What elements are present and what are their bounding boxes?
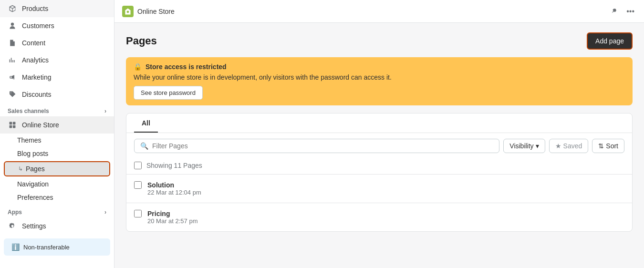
pages-arrow-icon: ↳ [18,165,23,172]
megaphone-icon [8,72,17,82]
sidebar-item-settings-label: Settings [22,222,46,230]
filter-row: 🔍 Visibility ▾ ★ Saved ⇅ Sort [126,133,632,159]
sidebar-sub-item-blog-posts-label: Blog posts [17,150,48,157]
alert-banner-title: 🔒 Store access is restricted [134,63,625,71]
sidebar-item-content[interactable]: Content [0,34,114,52]
more-options-button[interactable]: ••• [624,5,636,18]
info-icon: ℹ️ [11,243,20,251]
non-transferable-badge: ℹ️ Non-transferable [4,238,110,256]
page-list-item: Solution 22 Mar at 12:04 pm [126,175,632,203]
lock-icon: 🔒 [134,63,142,71]
non-transferable-label: Non-transferable [23,244,70,251]
page-item-date-0: 22 Mar at 12:04 pm [147,189,201,196]
sidebar-item-analytics-label: Analytics [22,56,49,64]
sidebar-item-discounts[interactable]: Discounts [0,86,114,103]
chevron-down-icon: ▾ [536,142,539,150]
store-icon [8,120,17,130]
page-item-details-0: Solution 22 Mar at 12:04 pm [147,181,201,196]
sidebar-sub-item-pages-label: Pages [26,165,45,173]
topbar-store-name: Online Store [137,8,175,15]
svg-rect-3 [13,125,16,128]
sidebar-sub-item-preferences-label: Preferences [17,194,53,201]
visibility-label: Visibility [509,142,533,150]
store-logo-icon [122,6,134,17]
add-page-button[interactable]: Add page [587,32,633,50]
person-icon [8,21,17,31]
apps-chevron-icon: › [104,209,106,216]
sidebar-item-content-label: Content [22,39,45,47]
sidebar-item-marketing[interactable]: Marketing [0,69,114,86]
tab-all[interactable]: All [134,113,158,133]
visibility-button[interactable]: Visibility ▾ [503,139,545,153]
alert-banner-body: While your online store is in developmen… [134,73,625,81]
filter-pages-input[interactable] [152,142,493,150]
svg-rect-1 [13,122,16,125]
sidebar-sub-item-navigation-label: Navigation [17,180,49,188]
sales-channels-section: Sales channels › [0,103,114,116]
topbar-actions: ••• [609,5,636,18]
sidebar-item-analytics[interactable]: Analytics [0,52,114,69]
document-icon [8,38,17,48]
alert-banner: 🔒 Store access is restricted While your … [126,57,633,105]
saved-button[interactable]: ★ Saved [549,139,589,153]
page-item-name-1: Pricing [147,210,198,217]
tag-icon [8,90,17,99]
box-icon [8,4,17,13]
page-header: Pages Add page [126,32,633,50]
sidebar: Products Customers Content Analytics Mar… [0,0,114,268]
sidebar-sub-item-themes[interactable]: Themes [0,134,114,147]
pin-button[interactable] [609,6,621,17]
pages-card: All 🔍 Visibility ▾ ★ Saved ⇅ Sort [126,113,633,232]
gear-icon [8,221,17,231]
chevron-right-icon: › [104,108,106,114]
sort-button[interactable]: ⇅ Sort [592,139,624,153]
see-store-password-button[interactable]: See store password [134,86,203,100]
sidebar-sub-item-blog-posts[interactable]: Blog posts [0,147,114,160]
sidebar-sub-item-navigation[interactable]: Navigation [0,177,114,191]
sidebar-item-online-store[interactable]: Online Store [0,116,114,134]
page-list-item-1: Pricing 20 Mar at 2:57 pm [126,203,632,231]
star-icon: ★ [555,142,561,150]
page-title: Pages [126,35,157,47]
page-item-name-0: Solution [147,181,201,189]
sidebar-item-discounts-label: Discounts [22,91,51,98]
sidebar-sub-item-preferences[interactable]: Preferences [0,191,114,204]
svg-rect-0 [10,122,12,125]
page-content: Pages Add page 🔒 Store access is restric… [114,23,644,268]
apps-section: Apps › [0,204,114,217]
main-content: Online Store ••• Pages Add page 🔒 Store … [114,0,644,268]
topbar-store-info: Online Store [122,6,175,17]
sidebar-item-online-store-label: Online Store [22,121,59,129]
page-item-checkbox-0[interactable] [134,181,142,189]
sidebar-item-products-label: Products [22,5,48,12]
sidebar-item-products[interactable]: Products [0,0,114,17]
sort-label: Sort [606,142,618,150]
saved-label: Saved [563,142,582,150]
page-item-date-1: 20 Mar at 2:57 pm [147,217,198,225]
tabs-row: All [126,113,632,133]
filter-input-wrap[interactable]: 🔍 [134,139,499,153]
showing-row: Showing 11 Pages [126,159,632,175]
sidebar-sub-item-pages[interactable]: ↳ Pages [4,161,110,176]
showing-count: Showing 11 Pages [146,162,202,169]
chart-icon [8,55,17,65]
sidebar-item-customers[interactable]: Customers [0,17,114,34]
sidebar-item-customers-label: Customers [22,22,54,30]
page-item-checkbox-1[interactable] [134,210,142,217]
select-all-checkbox[interactable] [134,162,142,169]
sort-icon: ⇅ [598,142,604,150]
topbar: Online Store ••• [114,0,644,23]
page-item-details-1: Pricing 20 Mar at 2:57 pm [147,210,198,225]
search-icon: 🔍 [140,142,148,150]
sidebar-item-settings[interactable]: Settings [0,217,114,235]
sidebar-item-marketing-label: Marketing [22,73,51,81]
sidebar-sub-item-themes-label: Themes [17,136,42,144]
svg-rect-2 [10,125,12,128]
